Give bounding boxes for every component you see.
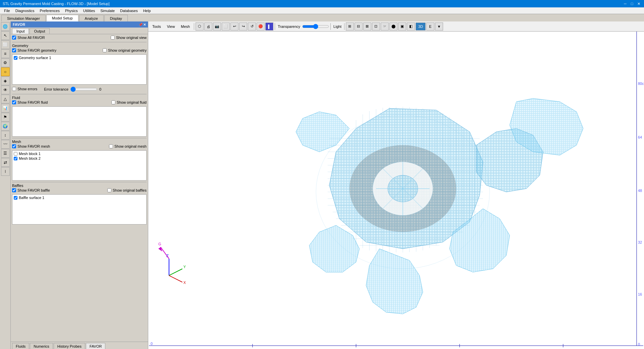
geometry-list-box: Geometry surface 1 (12, 54, 147, 85)
tab-history-probes[interactable]: History Probes (54, 343, 85, 349)
error-tolerance-slider[interactable] (70, 87, 97, 92)
bottom-tab-bar: Fluids Numerics History Probes FAVOR (11, 342, 148, 349)
toolbar-btn-view2[interactable]: ⊟ (355, 22, 363, 31)
tab-simulation-manager[interactable]: Simulation Manager (1, 15, 46, 21)
sidebar-icon-dots[interactable]: ⁞ (1, 167, 10, 176)
show-original-fluid-checkbox[interactable] (111, 100, 115, 104)
show-favor-geometry-row: Show FAVOR geometry (12, 48, 56, 52)
transparency-slider[interactable] (302, 24, 329, 29)
mesh-list-box: Mesh block 1 Mesh block 2 (12, 150, 147, 181)
menu-mesh[interactable]: Mesh (178, 21, 193, 31)
toolbar-btn-box[interactable]: ⬡ (196, 22, 204, 31)
show-original-baffles-checkbox[interactable] (107, 188, 111, 192)
toolbar-btn-pointer[interactable]: ☞ (381, 22, 389, 31)
show-favor-mesh-label: Show FAVOR mesh (17, 144, 50, 148)
sidebar-icon-chart[interactable]: 📊 (1, 104, 10, 112)
list-item: Mesh block 2 (13, 156, 146, 161)
close-button[interactable]: ✕ (636, 1, 641, 6)
svg-text:0: 0 (638, 342, 640, 346)
main-layout: 🌐 ↖ ⬜ ≡ ⚙ ○ ◈ 👁 △ 📊 ⚑ 🌍 ↕ 〰 ☰ ⇄ ⁞ FAVOR … (0, 21, 644, 349)
sidebar-icon-wave[interactable]: 〰 (1, 140, 10, 149)
sidebar-icon-globe[interactable]: 🌐 (1, 22, 10, 31)
tab-model-setup[interactable]: Model Setup (46, 15, 78, 21)
toolbar-btn-edit[interactable]: E (426, 22, 434, 31)
list-item: Baffle surface 1 (13, 195, 146, 200)
show-original-baffles-label: Show original baffles (113, 188, 147, 192)
menu-help[interactable]: Help (141, 7, 154, 14)
sidebar-icon-arrows[interactable]: ↕ (1, 131, 10, 140)
panel-close-button[interactable]: ✕ (143, 23, 146, 27)
toolbar-btn-undo[interactable]: ↩ (230, 22, 238, 31)
toolbar-btn-redo[interactable]: ↪ (239, 22, 247, 31)
toolbar-separator (194, 23, 194, 30)
sidebar-icon-cursor[interactable]: ↖ (1, 31, 10, 40)
show-original-geometry-checkbox[interactable] (103, 48, 107, 52)
svg-text:16: 16 (638, 292, 642, 296)
toolbar-btn-cube[interactable]: ⬜ (222, 22, 230, 31)
show-favor-fluid-checkbox[interactable] (12, 100, 16, 104)
sidebar-icon-arrows2[interactable]: ⇄ (1, 158, 10, 167)
maximize-button[interactable]: □ (629, 1, 635, 6)
sidebar-icon-gear[interactable]: ⚙ (1, 58, 10, 67)
menu-view[interactable]: View (164, 21, 178, 31)
tab-numerics[interactable]: Numerics (30, 343, 53, 349)
mesh-block-1-checkbox[interactable] (14, 152, 17, 156)
toolbar-btn-print[interactable]: 🖨 (204, 22, 212, 31)
sidebar-icon-triangle[interactable]: △ (1, 95, 10, 103)
menu-tools[interactable]: Tools (150, 21, 164, 31)
sidebar-icon-settings[interactable]: ◈ (1, 77, 10, 85)
menu-databases[interactable]: Databases (117, 7, 141, 14)
sidebar-icon-box[interactable]: ⬜ (1, 40, 10, 49)
geometry-surface-1-checkbox[interactable] (14, 56, 17, 60)
fluid-list-box (12, 106, 147, 137)
tab-favor[interactable]: FAVOR (86, 343, 105, 349)
show-original-view-checkbox[interactable] (111, 36, 115, 40)
tab-analyze[interactable]: Analyze (79, 15, 104, 21)
tab-input[interactable]: Input (12, 28, 29, 34)
menu-diagnostics[interactable]: Diagnostics (13, 7, 37, 14)
show-original-geometry-row: Show original geometry (103, 48, 147, 52)
menu-utilities[interactable]: Utilities (80, 7, 98, 14)
panel-pin-button[interactable]: 📌 (139, 23, 143, 27)
sidebar-icon-layers[interactable]: ≡ (1, 49, 10, 58)
mesh-block-2-label: Mesh block 2 (19, 156, 41, 160)
mesh-section-header: Mesh (12, 140, 147, 144)
show-all-favor-checkbox[interactable] (12, 36, 16, 40)
toolbar-btn-surface[interactable]: ◧ (407, 22, 415, 31)
sidebar-icon-circle[interactable]: ○ (1, 67, 10, 76)
tab-fluids[interactable]: Fluids (12, 343, 29, 349)
show-favor-mesh-checkbox[interactable] (12, 144, 16, 148)
show-errors-checkbox[interactable] (12, 87, 16, 91)
toolbar-btn-color[interactable]: ▌ (265, 22, 273, 31)
sidebar-icon-flag[interactable]: ⚑ (1, 113, 10, 121)
toolbar-btn-magnet[interactable]: 🔴 (257, 22, 265, 31)
toolbar-btn-cube2[interactable]: ▣ (398, 22, 406, 31)
geometry-section-header: Geometry (12, 44, 147, 48)
show-favor-baffle-checkbox[interactable] (12, 188, 16, 192)
show-favor-geometry-checkbox[interactable] (12, 48, 16, 52)
menu-bar: File Diagnostics Preferences Physics Uti… (0, 7, 644, 14)
toolbar-btn-3d[interactable]: 3D (416, 22, 426, 31)
menu-preferences[interactable]: Preferences (37, 7, 62, 14)
sidebar-icon-globe2[interactable]: 🌍 (1, 122, 10, 131)
menu-file[interactable]: File (1, 7, 13, 14)
mesh-block-2-checkbox[interactable] (14, 157, 17, 160)
minimize-button[interactable]: ─ (623, 1, 628, 6)
toolbar-btn-sphere[interactable]: ⬤ (389, 22, 397, 31)
sidebar-icon-panel: 🌐 ↖ ⬜ ≡ ⚙ ○ ◈ 👁 △ 📊 ⚑ 🌍 ↕ 〰 ☰ ⇄ ⁞ (0, 21, 11, 349)
toolbar-btn-view4[interactable]: ⊡ (372, 22, 380, 31)
sidebar-icon-eye[interactable]: 👁 (1, 86, 10, 94)
menu-simulate[interactable]: Simulate (98, 7, 117, 14)
toolbar-btn-view3[interactable]: ⊠ (363, 22, 371, 31)
sidebar-icon-lines[interactable]: ☰ (1, 149, 10, 158)
tab-output[interactable]: Output (30, 28, 49, 34)
baffle-surface-1-checkbox[interactable] (14, 196, 17, 200)
show-original-mesh-checkbox[interactable] (109, 144, 113, 148)
viewport-toolbar: Tools View Mesh ⬡ 🖨 📷 ⬜ ↩ ↪ ↺ 🔴 ▌ Transp… (148, 21, 644, 32)
toolbar-btn-view1[interactable]: ⊞ (346, 22, 354, 31)
menu-physics[interactable]: Physics (62, 7, 80, 14)
toolbar-btn-refresh[interactable]: ↺ (248, 22, 256, 31)
toolbar-btn-more[interactable]: ▼ (435, 22, 443, 31)
tab-display[interactable]: Display (104, 15, 128, 21)
toolbar-btn-camera[interactable]: 📷 (213, 22, 221, 31)
